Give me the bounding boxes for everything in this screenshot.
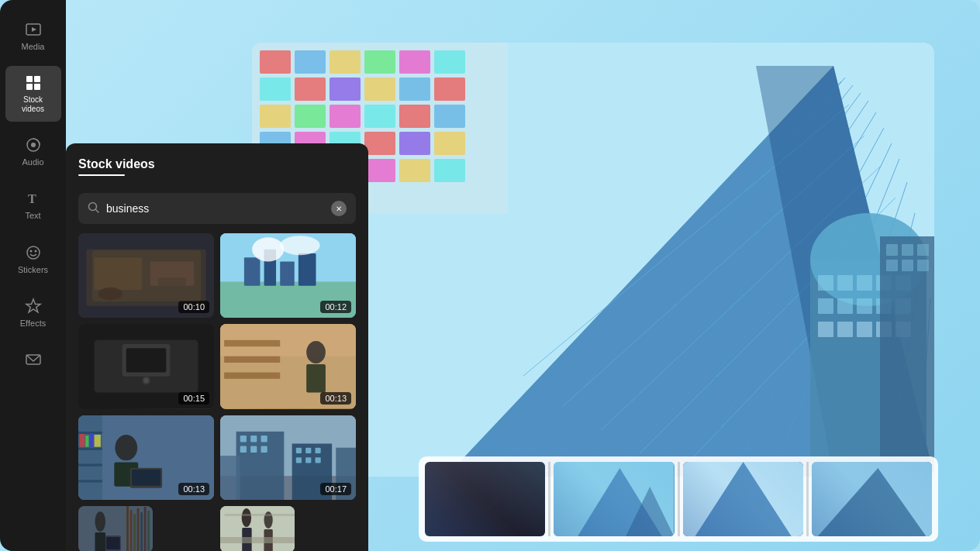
timeline-clip-3[interactable] xyxy=(683,462,803,536)
search-icon xyxy=(88,201,100,216)
svg-rect-160 xyxy=(296,457,302,463)
svg-rect-18 xyxy=(399,105,430,128)
svg-rect-104 xyxy=(150,261,195,285)
svg-marker-86 xyxy=(32,27,36,32)
sidebar-item-stock-videos[interactable]: Stockvideos xyxy=(5,66,61,122)
svg-rect-75 xyxy=(886,260,898,271)
video-thumb-3[interactable]: 00:15 xyxy=(78,324,214,408)
svg-rect-73 xyxy=(902,244,913,256)
stickers-icon xyxy=(24,243,43,262)
svg-rect-141 xyxy=(80,434,85,447)
video-duration-3: 00:15 xyxy=(178,392,209,405)
timeline-divider-2 xyxy=(678,462,680,536)
svg-rect-158 xyxy=(305,447,311,453)
svg-rect-156 xyxy=(261,446,267,452)
svg-rect-165 xyxy=(95,532,105,551)
svg-rect-17 xyxy=(364,105,395,128)
svg-rect-13 xyxy=(434,77,465,101)
effects-icon xyxy=(24,297,43,315)
sidebar-item-media[interactable]: Media xyxy=(5,12,61,60)
svg-point-132 xyxy=(115,435,137,460)
svg-rect-119 xyxy=(126,349,166,373)
sidebar-item-messages[interactable] xyxy=(5,343,61,377)
svg-rect-173 xyxy=(144,507,147,551)
svg-rect-161 xyxy=(305,457,311,463)
svg-rect-151 xyxy=(240,436,247,442)
messages-icon xyxy=(24,350,43,369)
svg-rect-87 xyxy=(26,76,33,82)
svg-rect-61 xyxy=(818,298,833,314)
svg-rect-10 xyxy=(330,77,361,101)
svg-rect-174 xyxy=(147,511,150,551)
svg-rect-143 xyxy=(89,433,93,447)
svg-rect-6 xyxy=(399,50,430,74)
svg-rect-83 xyxy=(812,462,932,536)
svg-rect-74 xyxy=(917,244,929,256)
svg-rect-19 xyxy=(434,105,465,128)
video-thumb-5[interactable]: 00:13 xyxy=(78,415,214,500)
svg-point-121 xyxy=(143,378,148,383)
svg-point-164 xyxy=(95,511,105,532)
effects-label: Effects xyxy=(20,319,46,329)
svg-rect-58 xyxy=(857,275,872,291)
svg-rect-140 xyxy=(78,480,102,482)
svg-rect-31 xyxy=(434,159,465,182)
svg-rect-9 xyxy=(295,77,326,101)
svg-rect-127 xyxy=(224,373,280,379)
svg-line-100 xyxy=(96,209,99,212)
timeline-strip[interactable] xyxy=(419,456,938,542)
video-thumb-7[interactable] xyxy=(78,506,153,551)
sidebar-item-text[interactable]: T Text xyxy=(5,181,61,229)
timeline-clip-2[interactable] xyxy=(554,462,674,536)
video-thumb-1[interactable]: 00:10 xyxy=(78,233,214,318)
svg-point-128 xyxy=(306,341,326,363)
svg-rect-3 xyxy=(295,50,326,74)
stock-videos-panel: Stock videos business ✕ 00:10 xyxy=(66,143,368,551)
svg-rect-125 xyxy=(224,340,280,346)
sidebar: Media Stockvideos Audio T xyxy=(0,0,66,551)
svg-rect-168 xyxy=(126,506,129,551)
sidebar-item-stickers[interactable]: Stickers xyxy=(5,236,61,283)
svg-rect-11 xyxy=(364,77,395,101)
audio-icon xyxy=(24,136,43,154)
search-bar[interactable]: business ✕ xyxy=(78,193,356,224)
svg-rect-76 xyxy=(902,260,913,271)
video-duration-5: 00:13 xyxy=(178,483,209,495)
video-thumb-6[interactable]: 00:17 xyxy=(220,415,356,500)
text-icon: T xyxy=(24,189,43,208)
svg-rect-171 xyxy=(137,508,140,551)
svg-rect-105 xyxy=(158,277,186,285)
video-thumb-2[interactable]: 00:12 xyxy=(220,233,356,318)
grid-icon xyxy=(24,74,43,92)
svg-rect-169 xyxy=(130,510,133,551)
svg-rect-24 xyxy=(399,132,430,155)
svg-rect-139 xyxy=(78,463,102,466)
audio-label: Audio xyxy=(22,157,43,167)
sidebar-item-audio[interactable]: Audio xyxy=(5,128,61,175)
video-grid: 00:10 00:12 xyxy=(66,233,368,551)
svg-rect-138 xyxy=(78,447,102,449)
svg-rect-25 xyxy=(434,132,465,155)
search-input[interactable]: business xyxy=(106,202,325,215)
video-thumb-4[interactable]: 00:13 xyxy=(220,324,356,408)
svg-rect-2 xyxy=(260,50,291,74)
video-thumb-8[interactable] xyxy=(220,506,295,551)
svg-rect-103 xyxy=(95,257,143,290)
svg-rect-62 xyxy=(837,298,853,314)
svg-rect-113 xyxy=(298,253,316,286)
svg-rect-56 xyxy=(818,275,833,291)
text-label: Text xyxy=(25,211,40,221)
svg-rect-149 xyxy=(220,456,240,500)
timeline-clip-4[interactable] xyxy=(812,462,932,536)
stock-videos-label: Stockvideos xyxy=(22,95,44,114)
sidebar-item-effects[interactable]: Effects xyxy=(5,289,61,336)
svg-rect-29 xyxy=(364,159,395,182)
svg-rect-142 xyxy=(85,436,88,447)
svg-rect-14 xyxy=(260,105,291,128)
timeline-clip-1[interactable] xyxy=(425,462,545,536)
svg-rect-8 xyxy=(260,77,291,101)
svg-rect-129 xyxy=(306,364,326,392)
svg-rect-162 xyxy=(316,457,321,463)
svg-rect-71 xyxy=(880,236,934,477)
search-clear-button[interactable]: ✕ xyxy=(331,201,347,216)
